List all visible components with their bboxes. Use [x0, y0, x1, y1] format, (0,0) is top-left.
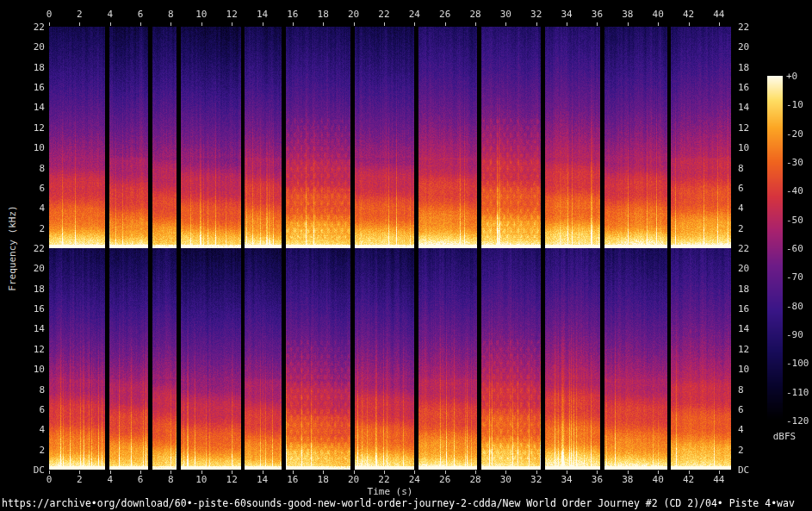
time-tick-bottom: 0 — [46, 475, 53, 484]
time-tick-top: 38 — [622, 9, 633, 19]
time-tick-bottom: 36 — [592, 475, 603, 484]
axis-tick-mark — [414, 470, 415, 474]
db-tick: -40 — [786, 186, 803, 196]
axis-tick-mark — [475, 22, 476, 26]
freq-tick-left: 10 — [34, 365, 45, 374]
time-tick-top: 4 — [107, 9, 113, 19]
axis-tick-mark — [140, 470, 141, 474]
time-tick-bottom: 44 — [713, 475, 724, 484]
spectrogram-screen: Frequency (kHz) 002244668810101212141416… — [0, 0, 812, 511]
freq-tick-right: 12 — [738, 122, 749, 132]
freq-tick-left: 18 — [34, 62, 45, 72]
freq-tick-left: 14 — [34, 103, 45, 112]
source-url: https://archive•org/download/60•-piste-6… — [2, 497, 795, 509]
time-tick-top: 24 — [409, 9, 420, 19]
axis-tick-mark — [201, 22, 202, 26]
axis-tick-mark — [170, 470, 171, 474]
axis-tick-mark — [201, 470, 202, 474]
freq-tick-right: 6 — [738, 183, 744, 192]
freq-tick-right: 16 — [738, 304, 749, 314]
time-tick-bottom: 32 — [530, 475, 542, 484]
freq-tick-left: 16 — [34, 83, 45, 92]
time-tick-bottom: 40 — [653, 475, 664, 484]
freq-tick-left: 10 — [34, 143, 45, 153]
freq-tick-left: 22 — [34, 244, 45, 253]
time-tick-bottom: 38 — [622, 475, 633, 484]
axis-tick-mark — [323, 22, 324, 26]
axis-tick-mark — [354, 470, 355, 474]
axis-tick-mark — [719, 22, 720, 26]
time-tick-top: 8 — [168, 9, 174, 19]
spectrogram-canvas — [49, 27, 731, 470]
freq-tick-right: 4 — [738, 203, 744, 213]
freq-tick-right: 22 — [738, 22, 749, 32]
freq-tick-right: 22 — [738, 244, 749, 253]
time-tick-bottom: 10 — [195, 475, 207, 484]
axis-tick-mark — [232, 470, 232, 474]
time-tick-bottom: 24 — [409, 475, 420, 484]
time-tick-top: 16 — [287, 9, 298, 19]
freq-tick-left: 8 — [39, 384, 45, 394]
time-tick-bottom: 6 — [138, 475, 144, 484]
axis-tick-mark — [597, 22, 598, 26]
freq-tick-right: 10 — [738, 365, 749, 374]
db-tick: -30 — [786, 158, 803, 167]
freq-tick-left: 14 — [34, 324, 45, 333]
axis-tick-mark — [597, 470, 598, 474]
time-tick-bottom: 2 — [77, 475, 83, 484]
freq-tick-right: 12 — [738, 344, 749, 353]
db-tick: +0 — [786, 72, 797, 81]
axis-tick-mark — [110, 22, 111, 26]
db-tick: -10 — [786, 100, 803, 109]
db-tick: -110 — [786, 387, 809, 396]
freq-tick-right: 2 — [738, 445, 744, 454]
freq-tick-left: 4 — [39, 203, 45, 213]
db-tick: -50 — [786, 215, 803, 224]
time-tick-bottom: 28 — [469, 475, 480, 484]
axis-tick-mark — [232, 22, 232, 26]
axis-tick-mark — [567, 470, 567, 474]
time-tick-top: 30 — [500, 9, 511, 19]
time-tick-top: 26 — [439, 9, 450, 19]
axis-tick-mark — [719, 470, 720, 474]
time-tick-top: 2 — [77, 9, 83, 19]
x-axis-title: Time (s) — [368, 486, 413, 497]
time-tick-top: 12 — [226, 9, 238, 19]
y-axis-title: Frequency (kHz) — [7, 205, 18, 290]
axis-tick-mark — [140, 22, 141, 26]
time-tick-top: 0 — [46, 9, 53, 19]
axis-tick-mark — [263, 22, 263, 26]
time-tick-top: 42 — [683, 9, 694, 19]
time-tick-bottom: 18 — [318, 475, 329, 484]
axis-tick-mark — [536, 22, 537, 26]
freq-tick-right: 6 — [738, 404, 744, 414]
axis-tick-mark — [79, 22, 80, 26]
freq-dc-left: DC — [34, 465, 45, 475]
freq-tick-right: 10 — [738, 143, 749, 153]
freq-tick-left: 12 — [34, 344, 45, 353]
axis-tick-mark — [323, 470, 324, 474]
axis-tick-mark — [567, 22, 567, 26]
freq-tick-right: 4 — [738, 425, 744, 434]
time-tick-top: 6 — [138, 9, 144, 19]
time-tick-bottom: 4 — [107, 475, 113, 484]
db-tick: -60 — [786, 244, 803, 253]
colorbar-canvas — [767, 76, 783, 421]
freq-tick-right: 18 — [738, 284, 749, 293]
freq-tick-left: 22 — [34, 22, 45, 32]
freq-tick-right: 2 — [738, 223, 744, 233]
axis-tick-mark — [628, 22, 629, 26]
time-tick-top: 28 — [469, 9, 480, 19]
axis-tick-mark — [628, 470, 629, 474]
colorbar-unit-label: dBFS — [773, 431, 797, 442]
axis-tick-mark — [536, 470, 537, 474]
time-tick-bottom: 20 — [348, 475, 359, 484]
time-tick-top: 14 — [257, 9, 268, 19]
freq-tick-right: 14 — [738, 324, 749, 333]
axis-tick-mark — [689, 470, 690, 474]
time-tick-top: 44 — [713, 9, 724, 19]
time-tick-bottom: 8 — [168, 475, 174, 484]
time-tick-bottom: 22 — [378, 475, 389, 484]
time-tick-bottom: 26 — [439, 475, 450, 484]
axis-tick-mark — [79, 470, 80, 474]
